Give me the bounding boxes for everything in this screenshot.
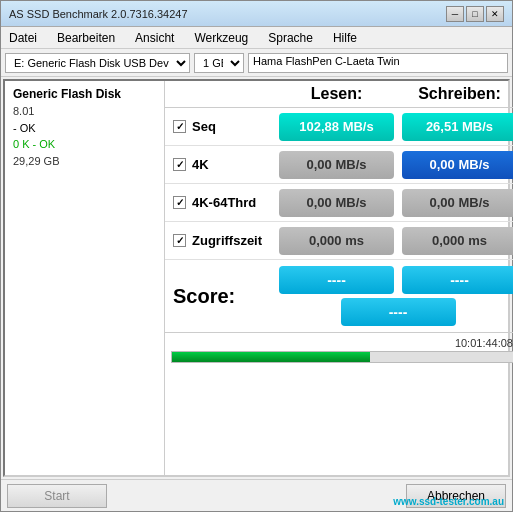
zugriffszeit-read-value: 0,000 ms <box>279 227 394 255</box>
drive-size: 29,29 GB <box>13 153 156 170</box>
maximize-button[interactable]: □ <box>466 6 484 22</box>
time-display: 10:01:44:08 <box>171 337 513 349</box>
4k64thrd-label: ✓ 4K-64Thrd <box>165 195 275 210</box>
row-seq: ✓ Seq 102,88 MB/s 26,51 MB/s <box>165 108 513 146</box>
drive-status1: - OK <box>13 120 156 137</box>
drive-status2: 0 K - OK <box>13 136 156 153</box>
drive-version: 8.01 <box>13 103 156 120</box>
menu-ansicht[interactable]: Ansicht <box>131 30 178 46</box>
zugriffszeit-checkbox[interactable]: ✓ <box>173 234 186 247</box>
drive-info: 8.01 - OK 0 K - OK 29,29 GB <box>13 103 156 169</box>
main-window: AS SSD Benchmark 2.0.7316.34247 ─ □ ✕ Da… <box>0 0 513 512</box>
row-4k: ✓ 4K 0,00 MB/s 0,00 MB/s <box>165 146 513 184</box>
4k-write-cell: 0,00 MB/s <box>398 147 513 183</box>
toolbar: E: Generic Flash Disk USB Device 1 GB Ha… <box>1 49 512 77</box>
zugriffszeit-read-cell: 0,000 ms <box>275 223 398 259</box>
watermark: www.ssd-tester.com.au <box>393 496 504 507</box>
write-score-box: ---- <box>402 266 513 294</box>
seq-checkbox[interactable]: ✓ <box>173 120 186 133</box>
zugriffszeit-write-value: 0,000 ms <box>402 227 513 255</box>
menu-datei[interactable]: Datei <box>5 30 41 46</box>
menu-hilfe[interactable]: Hilfe <box>329 30 361 46</box>
results-header: Lesen: Schreiben: <box>165 81 513 108</box>
4k-label: ✓ 4K <box>165 157 275 172</box>
window-title: AS SSD Benchmark 2.0.7316.34247 <box>9 8 188 20</box>
4k-read-cell: 0,00 MB/s <box>275 147 398 183</box>
progress-bar-container <box>171 351 513 363</box>
row-4k64thrd: ✓ 4K-64Thrd 0,00 MB/s 0,00 MB/s <box>165 184 513 222</box>
4k-write-value: 0,00 MB/s <box>402 151 513 179</box>
progress-bar-fill <box>172 352 370 362</box>
4k64thrd-read-cell: 0,00 MB/s <box>275 185 398 221</box>
score-row: Score: ---- ---- ---- <box>165 260 513 333</box>
start-button[interactable]: Start <box>7 484 107 508</box>
size-select[interactable]: 1 GB <box>194 53 244 73</box>
score-label: Score: <box>165 285 275 308</box>
window-controls: ─ □ ✕ <box>446 6 504 22</box>
progress-area: 10:01:44:08 <box>165 333 513 365</box>
left-panel: Generic Flash Disk 8.01 - OK 0 K - OK 29… <box>5 81 165 475</box>
read-score-box: ---- <box>279 266 394 294</box>
title-bar: AS SSD Benchmark 2.0.7316.34247 ─ □ ✕ <box>1 1 512 27</box>
seq-read-value: 102,88 MB/s <box>279 113 394 141</box>
right-panel: Lesen: Schreiben: ✓ Seq 102,88 MB/s 26,5… <box>165 81 513 475</box>
menu-werkzeug[interactable]: Werkzeug <box>190 30 252 46</box>
minimize-button[interactable]: ─ <box>446 6 464 22</box>
zugriffszeit-label: ✓ Zugriffszeit <box>165 233 275 248</box>
seq-write-value: 26,51 MB/s <box>402 113 513 141</box>
4k64thrd-read-value: 0,00 MB/s <box>279 189 394 217</box>
4k-checkbox[interactable]: ✓ <box>173 158 186 171</box>
4k64thrd-write-cell: 0,00 MB/s <box>398 185 513 221</box>
main-content: Generic Flash Disk 8.01 - OK 0 K - OK 29… <box>3 79 510 477</box>
4k64thrd-write-value: 0,00 MB/s <box>402 189 513 217</box>
4k64thrd-checkbox[interactable]: ✓ <box>173 196 186 209</box>
header-spacer <box>165 81 275 107</box>
window-body: Generic Flash Disk 8.01 - OK 0 K - OK 29… <box>1 77 512 511</box>
row-zugriffszeit: ✓ Zugriffszeit 0,000 ms 0,000 ms <box>165 222 513 260</box>
score-top-row: ---- ---- <box>279 266 513 294</box>
score-values: ---- ---- ---- <box>275 266 513 326</box>
write-header: Schreiben: <box>398 81 513 107</box>
menu-bar: Datei Bearbeiten Ansicht Werkzeug Sprach… <box>1 27 512 49</box>
close-button[interactable]: ✕ <box>486 6 504 22</box>
4k-read-value: 0,00 MB/s <box>279 151 394 179</box>
seq-label: ✓ Seq <box>165 119 275 134</box>
zugriffszeit-write-cell: 0,000 ms <box>398 223 513 259</box>
drive-name: Generic Flash Disk <box>13 87 156 101</box>
total-score-box: ---- <box>341 298 456 326</box>
menu-bearbeiten[interactable]: Bearbeiten <box>53 30 119 46</box>
benchmark-name-field: Hama FlashPen C-Laeta Twin <box>248 53 508 73</box>
read-header: Lesen: <box>275 81 398 107</box>
seq-write-cell: 26,51 MB/s <box>398 109 513 145</box>
seq-read-cell: 102,88 MB/s <box>275 109 398 145</box>
drive-select[interactable]: E: Generic Flash Disk USB Device <box>5 53 190 73</box>
menu-sprache[interactable]: Sprache <box>264 30 317 46</box>
